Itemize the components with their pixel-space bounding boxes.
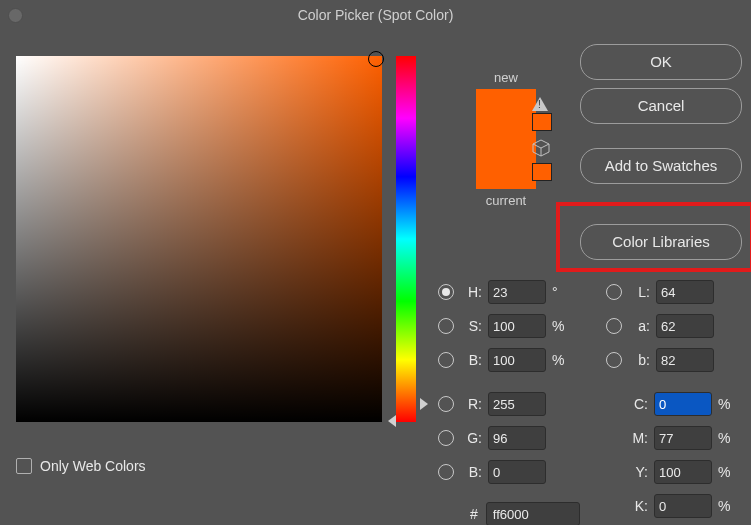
label-s: S: bbox=[460, 318, 482, 334]
field-b-rgb: B: bbox=[438, 460, 566, 484]
color-picker-window: Color Picker (Spot Color) new current bbox=[0, 0, 751, 525]
radio-a[interactable] bbox=[606, 318, 622, 334]
color-field[interactable] bbox=[16, 56, 382, 422]
hue-slider[interactable] bbox=[396, 56, 416, 422]
swatch-box bbox=[476, 89, 536, 189]
field-r: R: bbox=[438, 392, 566, 416]
unit-y: % bbox=[718, 464, 732, 480]
field-arrow-icon bbox=[388, 415, 396, 427]
label-g: G: bbox=[460, 430, 482, 446]
field-b-lab: b: bbox=[606, 348, 714, 372]
input-b-rgb[interactable] bbox=[488, 460, 546, 484]
label-r: R: bbox=[460, 396, 482, 412]
input-l[interactable] bbox=[656, 280, 714, 304]
label-m: M: bbox=[626, 430, 648, 446]
cancel-button[interactable]: Cancel bbox=[580, 88, 742, 124]
window-title: Color Picker (Spot Color) bbox=[0, 0, 751, 30]
hex-prefix: # bbox=[470, 506, 478, 522]
unit-c: % bbox=[718, 396, 732, 412]
field-g: G: bbox=[438, 426, 566, 450]
input-m[interactable] bbox=[654, 426, 712, 450]
field-l: L: bbox=[606, 280, 714, 304]
unit-k: % bbox=[718, 498, 732, 514]
only-web-colors-label: Only Web Colors bbox=[40, 458, 146, 474]
swatch-new-label: new bbox=[446, 70, 566, 85]
swatch-current[interactable] bbox=[476, 139, 536, 189]
input-b-lab[interactable] bbox=[656, 348, 714, 372]
radio-l[interactable] bbox=[606, 284, 622, 300]
only-web-colors-row: Only Web Colors bbox=[16, 458, 146, 474]
label-b-lab: b: bbox=[628, 352, 650, 368]
field-c: C: % bbox=[626, 392, 732, 416]
input-g[interactable] bbox=[488, 426, 546, 450]
radio-b-rgb[interactable] bbox=[438, 464, 454, 480]
field-k: K: % bbox=[626, 494, 732, 518]
swatch-new[interactable] bbox=[476, 89, 536, 139]
field-s: S: % bbox=[438, 314, 566, 338]
input-a[interactable] bbox=[656, 314, 714, 338]
field-m: M: % bbox=[626, 426, 732, 450]
input-y[interactable] bbox=[654, 460, 712, 484]
svg-line-2 bbox=[541, 144, 549, 148]
label-k: K: bbox=[626, 498, 648, 514]
color-field-cursor[interactable] bbox=[368, 51, 384, 67]
field-b-hsb: B: % bbox=[438, 348, 566, 372]
radio-s[interactable] bbox=[438, 318, 454, 334]
not-web-safe-cube-icon[interactable] bbox=[532, 139, 550, 157]
out-of-gamut-swatch[interactable] bbox=[532, 113, 552, 131]
input-hex[interactable] bbox=[486, 502, 580, 525]
swatch-current-label: current bbox=[446, 193, 566, 208]
color-libraries-button[interactable]: Color Libraries bbox=[580, 224, 742, 260]
input-r[interactable] bbox=[488, 392, 546, 416]
label-c: C: bbox=[626, 396, 648, 412]
ok-button[interactable]: OK bbox=[580, 44, 742, 80]
radio-b-hsb[interactable] bbox=[438, 352, 454, 368]
input-b-hsb[interactable] bbox=[488, 348, 546, 372]
svg-line-1 bbox=[533, 144, 541, 148]
field-a: a: bbox=[606, 314, 714, 338]
label-h: H: bbox=[460, 284, 482, 300]
content-pane: new current OK Cancel Add to Swatches Co… bbox=[0, 30, 751, 525]
label-l: L: bbox=[628, 284, 650, 300]
field-h: H: ° bbox=[438, 280, 566, 304]
field-y: Y: % bbox=[626, 460, 732, 484]
hue-slider-arrow-icon[interactable] bbox=[420, 398, 428, 410]
radio-b-lab[interactable] bbox=[606, 352, 622, 368]
unit-h: ° bbox=[552, 284, 566, 300]
input-c[interactable] bbox=[654, 392, 712, 416]
out-of-gamut-warning-icon[interactable] bbox=[532, 97, 548, 111]
unit-m: % bbox=[718, 430, 732, 446]
input-s[interactable] bbox=[488, 314, 546, 338]
label-a: a: bbox=[628, 318, 650, 334]
not-web-safe-swatch[interactable] bbox=[532, 163, 552, 181]
window-close-dot[interactable] bbox=[8, 8, 23, 23]
unit-b-hsb: % bbox=[552, 352, 566, 368]
radio-h[interactable] bbox=[438, 284, 454, 300]
input-k[interactable] bbox=[654, 494, 712, 518]
label-y: Y: bbox=[626, 464, 648, 480]
add-to-swatches-button[interactable]: Add to Swatches bbox=[580, 148, 742, 184]
label-b-rgb: B: bbox=[460, 464, 482, 480]
only-web-colors-checkbox[interactable] bbox=[16, 458, 32, 474]
field-hex: # bbox=[470, 502, 580, 525]
radio-g[interactable] bbox=[438, 430, 454, 446]
label-b-hsb: B: bbox=[460, 352, 482, 368]
unit-s: % bbox=[552, 318, 566, 334]
radio-r[interactable] bbox=[438, 396, 454, 412]
input-h[interactable] bbox=[488, 280, 546, 304]
